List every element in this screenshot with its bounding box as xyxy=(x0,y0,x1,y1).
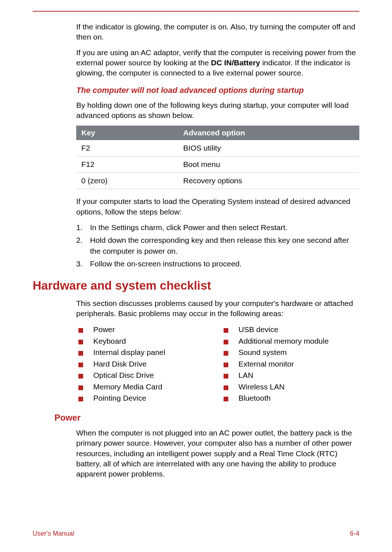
subsection-heading: Power xyxy=(54,413,359,423)
body-block-3: When the computer is not plugged into an… xyxy=(76,428,359,479)
text: Wireless LAN xyxy=(238,381,285,393)
bullet-icon xyxy=(224,374,228,379)
list-item: Bluetooth xyxy=(221,392,359,404)
text: Bluetooth xyxy=(238,392,271,404)
text: In the xyxy=(90,223,111,232)
footer-page-number: 6-4 xyxy=(350,530,359,537)
bold-text: Restart xyxy=(261,223,285,232)
text: LAN xyxy=(238,369,253,381)
numbered-list: 1. In the Settings charm, click Power an… xyxy=(76,222,359,269)
footer-left: User's Manual xyxy=(33,530,74,537)
bullet-icon xyxy=(224,328,228,333)
list-item: 3. Follow the on-screen instructions to … xyxy=(76,258,359,269)
bold-text: DC IN/Battery xyxy=(211,58,260,67)
bullet-icon xyxy=(78,351,83,356)
text: Hard Disk Drive xyxy=(93,358,147,370)
list-item: Internal display panel xyxy=(76,347,214,358)
text: Keyboard xyxy=(93,335,126,347)
checklist-left: Power Keyboard Internal display panel Ha… xyxy=(76,324,214,404)
bullet-icon xyxy=(224,340,228,344)
list-number: 1. xyxy=(76,222,90,233)
paragraph: If you are using an AC adaptor, verify t… xyxy=(76,48,359,78)
text: Internal display panel xyxy=(93,347,165,358)
table-cell: 0 (zero) xyxy=(76,173,178,189)
text: External monitor xyxy=(238,358,294,370)
paragraph: If the indicator is glowing, the compute… xyxy=(76,22,359,42)
text: Optical Disc Drive xyxy=(93,369,154,381)
list-item: Additional memory module xyxy=(221,335,359,347)
bullet-icon xyxy=(78,374,83,379)
checklist-columns: Power Keyboard Internal display panel Ha… xyxy=(76,324,359,404)
list-item: Pointing Device xyxy=(76,392,214,404)
bold-text: Settings xyxy=(111,223,139,232)
text: Memory Media Card xyxy=(93,381,162,393)
list-item: External monitor xyxy=(221,358,359,370)
bullet-icon xyxy=(224,363,228,367)
bullet-icon xyxy=(78,397,83,401)
table-row: F2 BIOS utility xyxy=(76,140,359,156)
list-item: Sound system xyxy=(221,347,359,358)
paragraph: If your computer starts to load the Oper… xyxy=(76,196,359,217)
text: Sound system xyxy=(238,347,287,358)
list-item: Keyboard xyxy=(76,335,214,347)
table-cell: Recovery options xyxy=(178,173,359,189)
bullet-icon xyxy=(224,351,228,356)
text: and then select xyxy=(205,223,261,232)
body-block-2: This section discusses problems caused b… xyxy=(76,298,359,404)
table-row: 0 (zero) Recovery options xyxy=(76,173,359,189)
bold-text: Power xyxy=(183,223,205,232)
bullet-icon xyxy=(78,340,83,344)
bullet-icon xyxy=(224,385,228,390)
list-item: Power xyxy=(76,324,214,335)
list-item: Wireless LAN xyxy=(221,381,359,393)
text: . xyxy=(285,223,287,232)
bullet-icon xyxy=(224,397,228,401)
list-item: LAN xyxy=(221,369,359,381)
list-number: 3. xyxy=(76,258,90,269)
list-item: Hard Disk Drive xyxy=(76,358,214,370)
paragraph: When the computer is not plugged into an… xyxy=(76,428,359,479)
text: USB device xyxy=(238,324,278,335)
list-text: Hold down the corresponding key and then… xyxy=(90,235,359,256)
body-block-1: If the indicator is glowing, the compute… xyxy=(76,22,359,269)
table-header: Advanced option xyxy=(178,126,359,140)
list-item: 1. In the Settings charm, click Power an… xyxy=(76,222,359,233)
text: Pointing Device xyxy=(93,392,146,404)
list-item: Memory Media Card xyxy=(76,381,214,393)
list-number: 2. xyxy=(76,235,90,256)
bullet-icon xyxy=(78,328,83,333)
list-item: Optical Disc Drive xyxy=(76,369,214,381)
table-cell: BIOS utility xyxy=(178,140,359,156)
text: Power xyxy=(93,324,115,335)
page: If the indicator is glowing, the compute… xyxy=(0,0,392,552)
top-rule xyxy=(33,11,359,12)
list-text: In the Settings charm, click Power and t… xyxy=(90,222,287,233)
section-heading: Hardware and system checklist xyxy=(33,279,359,293)
table-cell: F2 xyxy=(76,140,178,156)
subheading: The computer will not load advanced opti… xyxy=(76,86,359,95)
list-item: 2. Hold down the corresponding key and t… xyxy=(76,235,359,256)
paragraph: By holding down one of the following key… xyxy=(76,100,359,121)
table-cell: F12 xyxy=(76,156,178,173)
bullet-icon xyxy=(78,385,83,390)
list-text: Follow the on-screen instructions to pro… xyxy=(90,258,242,269)
text: charm, click xyxy=(139,223,183,232)
table-cell: Boot menu xyxy=(178,156,359,173)
table-row: F12 Boot menu xyxy=(76,156,359,173)
table-header: Key xyxy=(76,126,178,140)
page-footer: User's Manual 6-4 xyxy=(33,530,359,537)
bullet-icon xyxy=(78,363,83,367)
list-item: USB device xyxy=(221,324,359,335)
key-options-table: Key Advanced option F2 BIOS utility F12 … xyxy=(76,126,359,189)
text: Additional memory module xyxy=(238,335,329,347)
checklist-right: USB device Additional memory module Soun… xyxy=(221,324,359,404)
paragraph: This section discusses problems caused b… xyxy=(76,298,359,319)
